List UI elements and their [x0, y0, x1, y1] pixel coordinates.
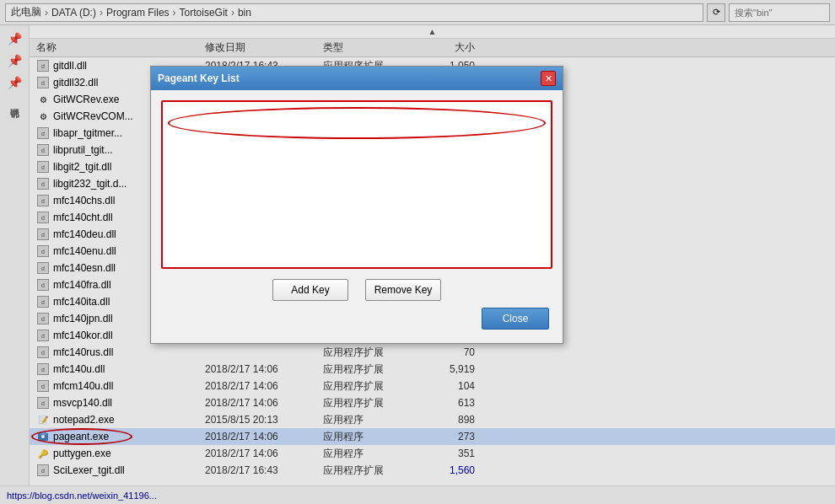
exe-icon: 📝	[36, 413, 50, 426]
file-name: msvcp140.dll	[53, 397, 112, 409]
col-header-name[interactable]: 名称	[36, 40, 205, 55]
file-size: 5,919	[407, 363, 475, 375]
file-name: GitWCRevCOM...	[53, 110, 133, 122]
table-row[interactable]: d SciLexer_tgit.dll 2018/2/17 16:43 应用程序…	[30, 462, 835, 479]
file-name: notepad2.exe	[53, 414, 115, 426]
dll-icon: d	[36, 143, 50, 157]
file-name: mfc140esn.dll	[53, 262, 116, 274]
dll-icon: d	[36, 177, 50, 190]
file-size: 1,560	[407, 464, 475, 476]
svg-rect-1	[40, 432, 46, 435]
dll-icon: d	[36, 346, 50, 359]
address-path[interactable]: 此电脑 › DATA (D:) › Program Files › Tortoi…	[5, 3, 703, 22]
file-size: 898	[407, 414, 475, 426]
file-name: libprutil_tgit...	[53, 144, 113, 156]
file-size: 273	[407, 431, 475, 442]
file-date: 2018/2/17 14:06	[205, 448, 323, 459]
address-sep-1: ›	[45, 7, 48, 19]
file-name: mfc140rus.dll	[53, 346, 113, 358]
sort-area: ▲	[30, 25, 835, 39]
dll-icon: d	[36, 244, 50, 258]
red-oval-annotation	[168, 107, 546, 139]
dll-icon: d	[36, 160, 50, 174]
col-header-type[interactable]: 类型	[323, 40, 407, 55]
file-name: gitdll.dll	[53, 60, 87, 72]
dll-icon: d	[36, 59, 50, 72]
remove-key-button[interactable]: Remove Key	[365, 279, 441, 301]
table-row[interactable]: 🔑 puttygen.exe 2018/2/17 14:06 应用程序 351	[30, 445, 835, 462]
table-row[interactable]: d msvcp140.dll 2018/2/17 14:06 应用程序扩展 61…	[30, 394, 835, 411]
dll-icon: d	[36, 228, 50, 241]
file-date: 2018/2/17 14:06	[205, 397, 323, 409]
file-name-cell: d mfc140rus.dll	[36, 346, 205, 359]
table-row[interactable]: d mfcm140u.dll 2018/2/17 14:06 应用程序扩展 10…	[30, 378, 835, 394]
add-key-button[interactable]: Add Key	[272, 279, 348, 301]
dll-icon: d	[36, 194, 50, 207]
dll-icon: d	[36, 211, 50, 224]
file-name: mfc140kor.dll	[53, 330, 113, 341]
pageant-row[interactable]: pageant.exe 2018/2/17 14:06 应用程序 273	[30, 428, 835, 445]
dll-icon: d	[36, 464, 50, 477]
file-name: pageant.exe	[53, 431, 109, 442]
sidebar-pin-2[interactable]: 📌	[4, 51, 24, 71]
address-bar: 此电脑 › DATA (D:) › Program Files › Tortoi…	[0, 0, 835, 25]
dll-icon: d	[36, 295, 50, 308]
file-name: gitdll32.dll	[53, 77, 98, 88]
file-type: 应用程序扩展	[323, 464, 407, 478]
dll-icon: d	[36, 76, 50, 89]
dll-icon: d	[36, 329, 50, 342]
exe-icon: 🔑	[36, 447, 50, 460]
file-date: 2015/8/15 20:13	[205, 414, 323, 426]
sidebar-pin-1[interactable]: 📌	[4, 29, 24, 49]
sidebar-pin-3[interactable]: 📌	[4, 72, 24, 93]
table-row[interactable]: 📝 notepad2.exe 2015/8/15 20:13 应用程序 898	[30, 411, 835, 428]
file-name: puttygen.exe	[53, 448, 111, 459]
close-button[interactable]: Close	[482, 308, 549, 330]
dll-icon: d	[36, 126, 50, 140]
explorer-window: 此电脑 › DATA (D:) › Program Files › Tortoi…	[0, 0, 835, 504]
address-part-pf[interactable]: Program Files	[106, 7, 170, 19]
file-type: 应用程序扩展	[323, 346, 407, 360]
dll-icon: d	[36, 379, 50, 393]
file-name: GitWCRev.exe	[53, 94, 119, 105]
dll-icon: d	[36, 362, 50, 376]
file-name-cell: d mfcm140u.dll	[36, 379, 205, 393]
file-type: 应用程序扩展	[323, 396, 407, 410]
file-date: 2018/2/17 14:06	[205, 431, 323, 442]
svg-point-2	[41, 435, 45, 438]
address-part-bin[interactable]: bin	[238, 7, 251, 19]
file-name-cell: d SciLexer_tgit.dll	[36, 464, 205, 477]
address-part-tgit[interactable]: TortoiseGit	[180, 7, 228, 19]
file-name: SciLexer_tgit.dll	[53, 464, 125, 476]
file-size: 70	[407, 346, 475, 358]
file-name: mfc140jpn.dll	[53, 313, 113, 324]
file-name-cell: 🔑 puttygen.exe	[36, 447, 205, 460]
table-row[interactable]: d mfc140u.dll 2018/2/17 14:06 应用程序扩展 5,9…	[30, 361, 835, 378]
col-header-date[interactable]: 修改日期	[205, 40, 323, 55]
table-row[interactable]: d mfc140rus.dll 应用程序扩展 70	[30, 344, 835, 361]
sort-arrow-icon[interactable]: ▲	[428, 27, 437, 36]
col-header-size[interactable]: 大小	[407, 40, 475, 55]
file-size: 613	[407, 397, 475, 409]
refresh-button[interactable]: ⟳	[707, 3, 725, 22]
status-bar: https://blog.csdn.net/weixin_41196...	[0, 485, 835, 504]
file-type: 应用程序	[323, 447, 407, 461]
file-name-cell: d mfc140u.dll	[36, 362, 205, 376]
file-name: mfc140deu.dll	[53, 228, 116, 240]
dll-icon: d	[36, 396, 50, 410]
dll-icon: d	[36, 278, 50, 292]
file-date: 2018/2/17 14:06	[205, 363, 323, 375]
key-listbox[interactable]	[161, 100, 552, 269]
dll-icon: d	[36, 261, 50, 275]
column-headers: 名称 修改日期 类型 大小	[30, 39, 835, 57]
file-name-cell: 📝 notepad2.exe	[36, 413, 205, 426]
file-name: mfcm140u.dll	[53, 380, 113, 392]
file-type: 应用程序扩展	[323, 362, 407, 377]
search-input[interactable]	[729, 3, 830, 22]
dialog-action-buttons: Add Key Remove Key	[161, 279, 552, 301]
address-part-computer[interactable]: 此电脑	[11, 5, 41, 19]
exe-icon: ⚙	[36, 110, 50, 123]
address-part-drive[interactable]: DATA (D:)	[51, 7, 96, 19]
file-name-cell: pageant.exe	[36, 430, 205, 443]
dialog-close-x-button[interactable]: ✕	[541, 71, 556, 86]
